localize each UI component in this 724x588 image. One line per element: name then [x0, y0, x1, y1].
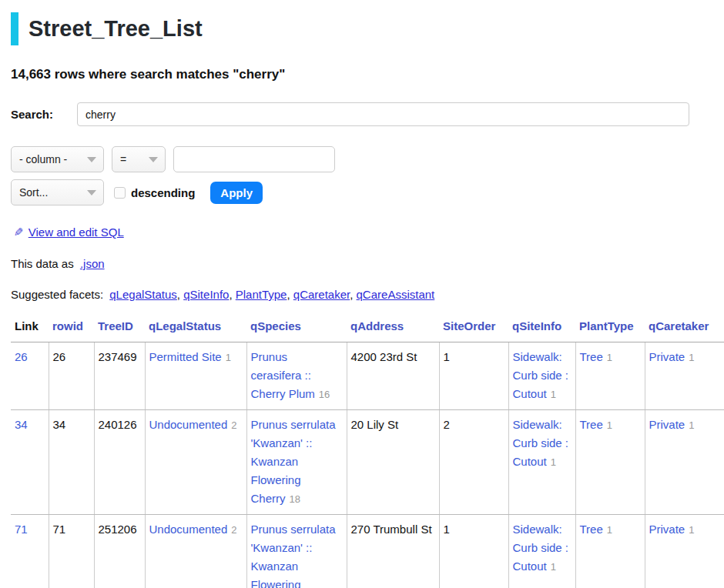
table-cell: Prunus serrulata 'Kwanzan' :: Kwanzan Fl…	[246, 515, 347, 588]
operator-select[interactable]: =	[112, 146, 166, 172]
facet-link-qLegalStatus[interactable]: qLegalStatus	[109, 288, 177, 301]
descending-checkbox[interactable]	[114, 187, 126, 199]
facet-count: 1	[607, 419, 612, 431]
json-link[interactable]: .json	[80, 257, 105, 270]
cell-link[interactable]: Private	[649, 523, 685, 536]
column-header-rowid[interactable]: rowid	[49, 316, 94, 342]
cell-link[interactable]: Sidewalk: Curb side : Cutout	[513, 418, 569, 468]
accent-bar	[11, 12, 18, 45]
column-header-qSpecies[interactable]: qSpecies	[246, 316, 347, 342]
cell-link[interactable]: Private	[649, 350, 685, 363]
cell-link[interactable]: Prunus serrulata 'Kwanzan' :: Kwanzan Fl…	[251, 523, 336, 588]
facet-count: 18	[290, 493, 300, 505]
column-header-SiteOrder[interactable]: SiteOrder	[439, 316, 508, 342]
column-header-link[interactable]: qSiteInfo	[512, 319, 561, 332]
column-header-link[interactable]: rowid	[52, 319, 83, 332]
cell-link[interactable]: Tree	[580, 350, 603, 363]
page: Street_Tree_List 14,663 rows where searc…	[0, 0, 724, 588]
facet-link-qCareAssistant[interactable]: qCareAssistant	[357, 288, 435, 301]
column-header-link[interactable]: TreeID	[98, 319, 133, 332]
filter-value-input[interactable]	[173, 146, 335, 172]
column-select-value: - column -	[19, 153, 67, 165]
table-row: 2626237469Permitted Site1Prunus cerasife…	[11, 342, 724, 410]
column-header-link[interactable]: qLegalStatus	[149, 319, 221, 332]
cell-link[interactable]: Prunus cerasifera :: Cherry Plum	[251, 350, 315, 400]
facet-link-qSiteInfo[interactable]: qSiteInfo	[183, 288, 229, 301]
sort-select-value: Sort...	[19, 186, 48, 199]
facet-count: 2	[231, 524, 236, 536]
cell-link[interactable]: Undocumented	[149, 523, 228, 536]
column-select[interactable]: - column -	[11, 146, 104, 172]
pencil-icon: ✎	[14, 226, 24, 239]
cell-link[interactable]: Permitted Site	[149, 350, 222, 363]
table-cell: 1	[439, 342, 508, 410]
table-cell: 26	[11, 342, 49, 410]
facet-link-qCaretaker[interactable]: qCaretaker	[293, 288, 350, 301]
page-header: Street_Tree_List	[11, 12, 724, 45]
table-cell: 251206	[94, 515, 145, 588]
sort-form: Sort... descending Apply	[11, 179, 724, 205]
table-cell: Prunus serrulata 'Kwanzan' :: Kwanzan Fl…	[246, 410, 347, 515]
column-header-link[interactable]: qSpecies	[250, 319, 301, 332]
table-cell: 71	[11, 515, 49, 588]
table-cell: Private1	[645, 342, 724, 410]
facet-count: 1	[689, 524, 694, 536]
cell-link[interactable]: Tree	[580, 523, 603, 536]
facet-count: 1	[551, 456, 556, 468]
cell-link[interactable]: 26	[15, 350, 28, 363]
column-header-qAddress[interactable]: qAddress	[347, 316, 439, 342]
column-header-qLegalStatus[interactable]: qLegalStatus	[145, 316, 246, 342]
column-header-Link: Link	[11, 316, 49, 342]
column-header-qCaretaker[interactable]: qCaretaker	[645, 316, 724, 342]
facet-count: 1	[607, 524, 612, 536]
sql-link-row: ✎ View and edit SQL	[11, 226, 724, 239]
cell-link[interactable]: 71	[15, 523, 28, 536]
cell-link[interactable]: Private	[649, 418, 685, 431]
table-cell: 237469	[94, 342, 145, 410]
cell-link[interactable]: 34	[15, 418, 28, 431]
facet-count: 1	[689, 419, 694, 431]
suggested-facets-label: Suggested facets:	[11, 288, 103, 301]
table-cell: 270 Trumbull St	[347, 515, 439, 588]
cell-link[interactable]: Undocumented	[149, 418, 228, 431]
table-cell: Tree1	[575, 342, 645, 410]
column-header-link[interactable]: qCaretaker	[649, 319, 709, 332]
row-count-summary: 14,663 rows where search matches "cherry…	[11, 67, 724, 82]
table-cell: 240126	[94, 410, 145, 515]
table-cell: 26	[49, 342, 94, 410]
table-cell: 4200 23rd St	[347, 342, 439, 410]
data-as-label: This data as	[11, 257, 74, 270]
sort-select[interactable]: Sort...	[11, 179, 104, 205]
table-cell: 71	[49, 515, 94, 588]
search-input[interactable]	[77, 102, 689, 126]
cell-link[interactable]: Sidewalk: Curb side : Cutout	[513, 523, 569, 573]
column-header-PlantType[interactable]: PlantType	[575, 316, 645, 342]
table-row: 7171251206Undocumented2Prunus serrulata …	[11, 515, 724, 588]
suggested-facets-row: Suggested facets: qLegalStatus, qSiteInf…	[11, 288, 724, 301]
column-header-qSiteInfo[interactable]: qSiteInfo	[508, 316, 575, 342]
apply-button[interactable]: Apply	[210, 182, 263, 204]
table-body: 2626237469Permitted Site1Prunus cerasife…	[11, 342, 724, 588]
column-header-link[interactable]: PlantType	[579, 319, 634, 332]
table-header-row: LinkrowidTreeIDqLegalStatusqSpeciesqAddr…	[11, 316, 724, 342]
table-cell: Undocumented2	[145, 515, 246, 588]
page-title: Street_Tree_List	[28, 16, 203, 42]
column-header-link[interactable]: qAddress	[350, 319, 404, 332]
table-cell: Undocumented2	[145, 410, 246, 515]
column-header-TreeID[interactable]: TreeID	[94, 316, 145, 342]
column-header-link[interactable]: SiteOrder	[443, 319, 495, 332]
facet-links: qLegalStatus, qSiteInfo, PlantType, qCar…	[109, 288, 434, 301]
chevron-down-icon	[149, 157, 158, 162]
facet-count: 1	[607, 352, 612, 363]
search-form: Search:	[11, 102, 724, 126]
cell-link[interactable]: Prunus serrulata 'Kwanzan' :: Kwanzan Fl…	[251, 418, 336, 505]
table-cell: 34	[11, 410, 49, 515]
table-cell: Private1	[645, 410, 724, 515]
table-cell: Permitted Site1	[145, 342, 246, 410]
view-edit-sql-link[interactable]: View and edit SQL	[28, 226, 124, 239]
cell-link[interactable]: Sidewalk: Curb side : Cutout	[513, 350, 569, 400]
cell-link[interactable]: Tree	[580, 418, 603, 431]
facet-link-PlantType[interactable]: PlantType	[236, 288, 287, 301]
facet-count: 1	[551, 561, 556, 573]
results-table: LinkrowidTreeIDqLegalStatusqSpeciesqAddr…	[11, 316, 724, 588]
